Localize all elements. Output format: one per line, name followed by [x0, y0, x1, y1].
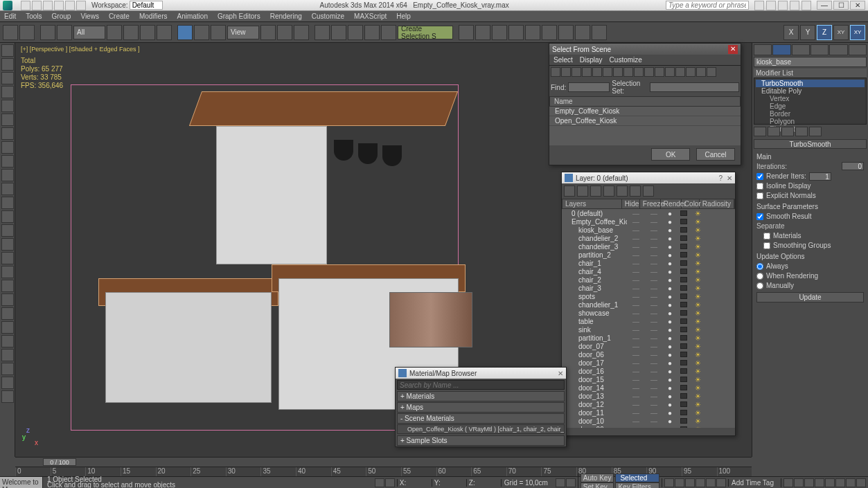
menu-customize[interactable]: Customize — [312, 12, 344, 20]
render-iters-check[interactable] — [756, 173, 763, 180]
selection-set-dropdown[interactable] — [650, 82, 739, 92]
filter-icon[interactable] — [696, 67, 706, 77]
layer-row[interactable]: door_15 —— ●☀ — [562, 375, 735, 383]
zoom-all-icon[interactable] — [815, 478, 824, 487]
app-logo-icon[interactable] — [3, 1, 12, 10]
zoom-extents-all-icon[interactable] — [835, 478, 845, 487]
iterations-spinner[interactable] — [842, 162, 864, 170]
update-manually-radio[interactable] — [756, 282, 763, 289]
ribbon-icon[interactable] — [1, 127, 14, 140]
help-icon[interactable]: ? — [718, 174, 723, 182]
filter-icon[interactable] — [592, 67, 602, 77]
viewport-label[interactable]: [+] [Perspective ] [Shaded + Edged Faces… — [21, 46, 140, 53]
ribbon-icon[interactable] — [1, 377, 14, 389]
filter-icon[interactable] — [644, 67, 654, 77]
coord-x-field[interactable]: X: — [397, 479, 432, 487]
remove-modifier-icon[interactable] — [795, 127, 808, 136]
named-selection-dropdown[interactable]: Create Selection S — [398, 26, 453, 39]
layer-row[interactable]: door_06 —— ●☀ — [562, 350, 735, 359]
qat-undo-icon[interactable] — [54, 1, 64, 10]
play-icon[interactable] — [685, 478, 695, 487]
ribbon-icon[interactable] — [1, 141, 14, 154]
render-setup-icon[interactable] — [558, 25, 574, 40]
key-filters-button[interactable]: Key Filters... — [615, 482, 659, 488]
sep-smoothing-check[interactable] — [763, 242, 770, 249]
isoline-check[interactable] — [756, 183, 763, 190]
pin-stack-icon[interactable] — [754, 127, 766, 136]
infocenter-search-icon[interactable] — [754, 1, 764, 10]
mirror-icon[interactable] — [459, 25, 474, 40]
stack-turbosmooth[interactable]: TurboSmooth — [756, 80, 865, 87]
zoom-extents-icon[interactable] — [825, 478, 835, 487]
layer-row[interactable]: Empty_Coffee_Kiosk —— ●☀ — [562, 217, 735, 226]
grid-setting[interactable]: Grid = 10,0cm — [501, 479, 553, 487]
explicit-normals-check[interactable] — [756, 192, 763, 199]
show-end-result-icon[interactable] — [768, 127, 780, 136]
layer-row[interactable]: partition_1 —— ●☀ — [562, 334, 735, 342]
layer-row[interactable]: chandelier_1 —— ●☀ — [562, 300, 735, 309]
minimize-button[interactable]: — — [817, 1, 832, 10]
angle-snap-icon[interactable] — [331, 25, 346, 40]
add-to-layer-icon[interactable] — [590, 186, 601, 197]
delete-layer-icon[interactable] — [577, 186, 588, 197]
isolate-icon[interactable] — [556, 478, 565, 487]
menu-rendering[interactable]: Rendering — [270, 12, 302, 20]
select-region-icon[interactable] — [140, 25, 155, 40]
update-always-radio[interactable] — [756, 263, 763, 270]
material-search-input[interactable] — [397, 380, 565, 390]
tab-hierarchy-icon[interactable] — [792, 44, 810, 55]
layer-row[interactable]: door_10 —— ●☀ — [562, 417, 735, 425]
coord-y-field[interactable]: Y: — [432, 479, 466, 487]
menu-animation[interactable]: Animation — [177, 12, 207, 20]
modifier-stack[interactable]: TurboSmooth Editable Poly Vertex Edge Bo… — [754, 78, 867, 125]
select-rotate-icon[interactable] — [194, 25, 209, 40]
ref-coord-dropdown[interactable]: View — [227, 26, 259, 39]
tab-modify-icon[interactable] — [772, 44, 790, 55]
ribbon-icon[interactable] — [1, 363, 14, 375]
key-mode-toggle-icon[interactable] — [716, 478, 726, 487]
filter-icon[interactable] — [572, 67, 581, 77]
selection-filter-dropdown[interactable]: All — [73, 26, 105, 39]
filter-icon[interactable] — [582, 67, 592, 77]
snap-toggle-icon[interactable] — [315, 25, 330, 40]
ribbon-icon[interactable] — [1, 307, 14, 320]
layer-row[interactable]: spots —— ●☀ — [562, 292, 735, 300]
filter-icon[interactable] — [655, 67, 664, 77]
menu-help[interactable]: Help — [396, 12, 411, 20]
cat-maps[interactable]: + Maps — [397, 402, 565, 413]
goto-end-icon[interactable] — [706, 478, 716, 487]
tab-create-icon[interactable] — [754, 44, 772, 55]
help-search-input[interactable] — [666, 1, 749, 10]
material-entry[interactable]: Open_Coffee_Kiosk ( VRayMtl ) [chair_1, … — [397, 424, 565, 434]
layers-icon[interactable] — [492, 25, 507, 40]
qat-link-icon[interactable] — [76, 1, 86, 10]
layer-row[interactable]: chair_2 —— ●☀ — [562, 275, 735, 284]
axis-x-button[interactable]: X — [783, 25, 799, 40]
fov-icon[interactable] — [846, 478, 856, 487]
ribbon-icon[interactable] — [1, 155, 14, 168]
stack-editable-poly[interactable]: Editable Poly — [756, 87, 865, 95]
close-icon[interactable]: ✕ — [728, 45, 738, 54]
menu-modifiers[interactable]: Modifiers — [139, 12, 168, 20]
menu-graph-editors[interactable]: Graph Editors — [218, 12, 260, 20]
rendered-frame-icon[interactable] — [575, 25, 590, 40]
ribbon-icon[interactable] — [1, 100, 14, 112]
set-key-button[interactable]: Set Key — [581, 482, 614, 488]
ribbon-icon[interactable] — [1, 349, 14, 361]
layer-row[interactable]: door_13 —— ●☀ — [562, 392, 735, 400]
unlink-icon[interactable] — [57, 25, 72, 40]
highlight-sel-icon[interactable] — [617, 186, 628, 197]
select-object-icon[interactable] — [107, 25, 122, 40]
make-unique-icon[interactable] — [781, 127, 794, 136]
ribbon-icon[interactable] — [1, 321, 14, 334]
layer-row[interactable]: door_09 —— ●☀ — [562, 425, 735, 428]
ribbon-icon[interactable] — [1, 58, 14, 71]
smooth-result-check[interactable] — [756, 213, 763, 220]
layer-row[interactable]: kiosk_base —— ●☀ — [562, 226, 735, 234]
goto-start-icon[interactable] — [664, 478, 674, 487]
filter-icon[interactable] — [686, 67, 696, 77]
find-input[interactable] — [568, 82, 610, 92]
maxscript-mini-listener[interactable]: Welcome to M — [0, 477, 43, 488]
layer-row[interactable]: sink —— ●☀ — [562, 325, 735, 334]
menu-tools[interactable]: Tools — [26, 12, 42, 20]
